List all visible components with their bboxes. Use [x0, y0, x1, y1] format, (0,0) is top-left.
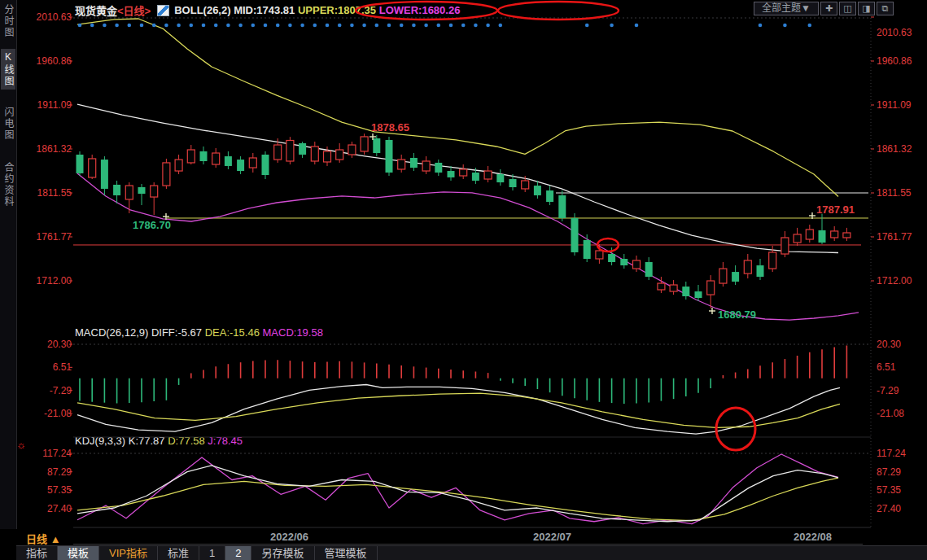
svg-text:20.30: 20.30	[877, 339, 901, 350]
svg-text:1861.32: 1861.32	[37, 143, 72, 155]
svg-text:1680.79: 1680.79	[718, 308, 756, 321]
svg-text:87.29: 87.29	[877, 466, 901, 478]
kline-mini-icon[interactable]	[157, 5, 169, 16]
svg-text:-21.08: -21.08	[44, 408, 72, 419]
zoom-x-icon[interactable]: ◫	[839, 2, 856, 15]
tab-slot-1[interactable]: 1	[199, 546, 225, 560]
horizontal-lines-layer	[73, 193, 868, 245]
svg-text:1960.86: 1960.86	[37, 55, 72, 67]
svg-text:87.29: 87.29	[47, 466, 72, 478]
svg-text:1811.55: 1811.55	[37, 187, 72, 199]
svg-text:2010.63: 2010.63	[877, 27, 912, 38]
period-selector[interactable]: 日线 ▲	[26, 531, 61, 546]
svg-text:1787.91: 1787.91	[816, 203, 855, 216]
period-up-arrow-icon: ▲	[50, 533, 61, 545]
pan-icon[interactable]: ✚	[820, 2, 837, 15]
svg-text:1786.70: 1786.70	[133, 219, 171, 231]
red-circle-annotation	[498, 2, 619, 20]
kdj-layer	[77, 454, 838, 524]
chart-canvas[interactable]: 2010.632010.631960.861960.861911.091911.…	[0, 0, 927, 560]
boll-upper-label: UPPER:1807.35	[298, 4, 376, 16]
svg-text:1861.32: 1861.32	[877, 143, 912, 155]
svg-text:6.51: 6.51	[53, 361, 72, 373]
chart-header: 现货黄金<日线>BOLL(26,2) MID:1743.81 UPPER:180…	[75, 2, 460, 18]
macd-layer	[77, 345, 846, 434]
sun-marker-icon: ☼	[16, 439, 26, 451]
period-label: 日线	[26, 533, 47, 545]
tab-indicators[interactable]: 指标	[16, 546, 58, 560]
save-template-button[interactable]: 另存模板	[251, 546, 314, 560]
sidebar-tab-contract-info[interactable]: 合约资料	[1, 160, 15, 210]
tab-vip-indicators[interactable]: VIP指标	[99, 546, 158, 560]
macd-diff-value: MACD(26,12,9) DIFF:-5.67	[75, 326, 202, 339]
manage-template-button[interactable]: 管理模板	[315, 546, 378, 560]
x-tick-2022-06: 2022/06	[270, 531, 308, 543]
svg-text:1911.09: 1911.09	[37, 99, 72, 111]
tab-templates[interactable]: 模板	[58, 546, 99, 560]
svg-text:1712.00: 1712.00	[37, 275, 72, 287]
tab-standard[interactable]: 标准	[158, 546, 199, 560]
svg-text:1811.55: 1811.55	[877, 187, 912, 199]
x-axis-row: 日线 ▲ 2022/06 2022/07 2022/08	[0, 529, 927, 545]
sidebar-tab-time-chart[interactable]: 分时图	[1, 2, 15, 41]
svg-text:57.35: 57.35	[47, 484, 72, 496]
sidebar-tab-flash-chart[interactable]: 闪电图	[1, 104, 15, 143]
kdj-panel-header[interactable]: KDJ(9,3,3) K:77.87 D:77.58 J:78.45	[75, 435, 243, 447]
zoom-y-icon[interactable]: ◨	[858, 2, 875, 15]
svg-text:1911.09: 1911.09	[877, 99, 912, 111]
boll-lower-label: LOWER:1680.26	[379, 4, 461, 16]
kdj-k-value: KDJ(9,3,3) K:77.87	[75, 435, 165, 447]
macd-value: MACD:19.58	[263, 326, 323, 339]
svg-text:117.24: 117.24	[877, 448, 906, 459]
macd-dea-value: DEA:-15.46	[205, 326, 260, 339]
kdj-j-value: J:78.45	[208, 435, 243, 447]
bollinger-layer	[77, 19, 859, 320]
svg-text:1960.86: 1960.86	[877, 55, 912, 67]
svg-text:-21.08: -21.08	[877, 408, 904, 419]
svg-text:1878.65: 1878.65	[371, 121, 409, 133]
svg-text:20.30: 20.30	[47, 339, 72, 350]
signal-dots-layer	[78, 24, 811, 28]
kdj-d-value: D:77.58	[168, 435, 205, 447]
svg-text:-7.29: -7.29	[877, 385, 899, 396]
bottom-toolbar: 指标 模板 VIP指标 标准 1 2 另存模板 管理模板	[16, 545, 927, 560]
red-circle-annotation	[716, 408, 755, 450]
sidebar-tab-kline-chart[interactable]: K线图	[1, 49, 15, 90]
chart-type-sidebar: 分时图 K线图 闪电图 合约资料	[0, 0, 17, 529]
x-tick-2022-07: 2022/07	[533, 531, 571, 543]
price-markers-layer: 1878.651786.701787.911680.79	[133, 121, 855, 321]
drawn-annotations-layer	[356, 2, 755, 450]
symbol-name: 现货黄金	[75, 5, 117, 17]
svg-text:1761.77: 1761.77	[877, 231, 912, 243]
trading-app-window: 分时图 K线图 闪电图 合约资料 现货黄金<日线>BOLL(26,2) MID:…	[0, 0, 927, 560]
macd-panel-header[interactable]: MACD(26,12,9) DIFF:-5.67 DEA:-15.46 MACD…	[75, 326, 323, 339]
svg-text:27.40: 27.40	[877, 503, 901, 514]
period-tag: <日线>	[117, 5, 151, 17]
theme-dropdown-button[interactable]: 全部主题▼	[754, 2, 819, 15]
red-circle-annotation	[597, 238, 619, 252]
svg-text:27.40: 27.40	[47, 503, 72, 514]
tab-slot-2[interactable]: 2	[225, 546, 251, 560]
grid-layer	[73, 18, 871, 545]
svg-text:1712.00: 1712.00	[877, 275, 912, 287]
shift-view-icon[interactable]: ⧉	[877, 2, 894, 15]
x-tick-2022-08: 2022/08	[794, 531, 832, 543]
svg-text:6.51: 6.51	[877, 361, 896, 373]
svg-text:1761.77: 1761.77	[37, 231, 72, 243]
svg-text:57.35: 57.35	[877, 484, 901, 496]
boll-indicator-label: BOLL(26,2) MID:1743.81	[174, 4, 295, 16]
svg-text:2010.63: 2010.63	[37, 11, 72, 23]
svg-text:117.24: 117.24	[42, 448, 72, 459]
svg-text:-7.29: -7.29	[50, 385, 72, 396]
candles-layer	[77, 133, 850, 308]
